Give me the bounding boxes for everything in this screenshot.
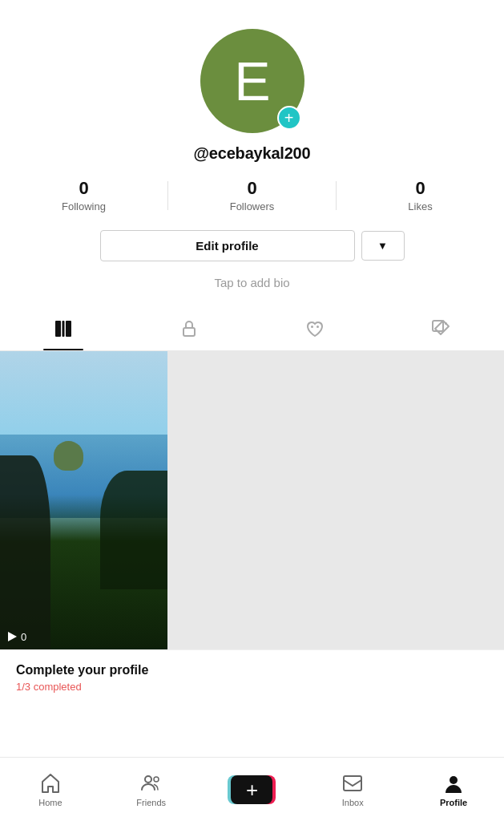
svg-point-5 (317, 326, 319, 328)
heart-eyes-icon (304, 318, 325, 339)
username: @ecebaykal200 (194, 144, 311, 163)
bio-placeholder[interactable]: Tap to add bio (214, 276, 289, 289)
followers-label: Followers (230, 200, 275, 212)
tab-videos[interactable] (0, 307, 126, 350)
edit-profile-button[interactable]: Edit profile (100, 230, 355, 261)
svg-marker-9 (8, 632, 17, 641)
stats-row: 0 Following 0 Followers 0 Likes (0, 179, 504, 212)
stat-following[interactable]: 0 Following (0, 179, 167, 212)
friends-label: Friends (136, 798, 166, 807)
nav-inbox[interactable]: Inbox (325, 772, 381, 807)
svg-rect-1 (62, 321, 64, 337)
svg-point-4 (311, 326, 313, 328)
video-thumbnail[interactable]: 0 (0, 351, 167, 649)
dropdown-button[interactable]: ▼ (361, 231, 405, 261)
nav-friends[interactable]: Friends (123, 772, 179, 807)
grid-icon (53, 318, 74, 339)
lock-icon (179, 318, 200, 339)
video-grid: 0 (0, 351, 504, 649)
complete-profile-banner[interactable]: Complete your profile 1/3 completed (0, 649, 504, 699)
svg-point-13 (450, 776, 458, 784)
add-avatar-button[interactable]: + (277, 106, 301, 130)
tab-private[interactable] (126, 307, 252, 350)
create-button[interactable]: + (231, 775, 272, 804)
complete-profile-title: Complete your profile (16, 663, 488, 677)
home-label: Home (38, 798, 62, 807)
stat-likes[interactable]: 0 Likes (337, 179, 504, 212)
svg-point-10 (145, 776, 151, 783)
likes-count: 0 (415, 179, 425, 198)
nav-create[interactable]: + (224, 775, 280, 804)
profile-section: E + @ecebaykal200 0 Following 0 Follower… (0, 0, 504, 307)
video-view-count: 0 (21, 631, 26, 643)
followers-count: 0 (247, 179, 256, 198)
likes-label: Likes (408, 200, 432, 212)
tabs-row (0, 307, 504, 351)
nav-profile[interactable]: Profile (425, 772, 482, 807)
svg-point-8 (445, 322, 447, 325)
bottom-nav: Home Friends + Inbox (0, 757, 504, 821)
tab-tagged[interactable] (378, 307, 504, 350)
home-icon (39, 772, 62, 795)
friends-icon (140, 772, 163, 795)
stat-followers[interactable]: 0 Followers (168, 179, 336, 212)
complete-profile-subtitle: 1/3 completed (16, 681, 488, 693)
tab-liked[interactable] (252, 307, 378, 350)
svg-point-11 (154, 777, 159, 782)
plus-icon: + (284, 110, 294, 126)
profile-icon (442, 772, 465, 795)
tag-icon (430, 318, 451, 339)
chevron-down-icon: ▼ (377, 240, 388, 252)
avatar-wrapper: E + (200, 29, 304, 133)
video-play-indicator: 0 (6, 631, 26, 643)
svg-rect-0 (55, 321, 61, 337)
avatar-initial: E (234, 50, 269, 112)
following-count: 0 (79, 179, 88, 198)
nav-home[interactable]: Home (22, 772, 79, 807)
profile-label: Profile (440, 798, 467, 807)
following-label: Following (62, 200, 106, 212)
buttons-row: Edit profile ▼ (100, 230, 405, 261)
plus-icon: + (246, 779, 258, 800)
svg-rect-12 (344, 776, 361, 791)
svg-rect-2 (66, 321, 71, 337)
inbox-label: Inbox (342, 798, 364, 807)
inbox-icon (341, 772, 364, 795)
svg-rect-3 (183, 328, 195, 336)
